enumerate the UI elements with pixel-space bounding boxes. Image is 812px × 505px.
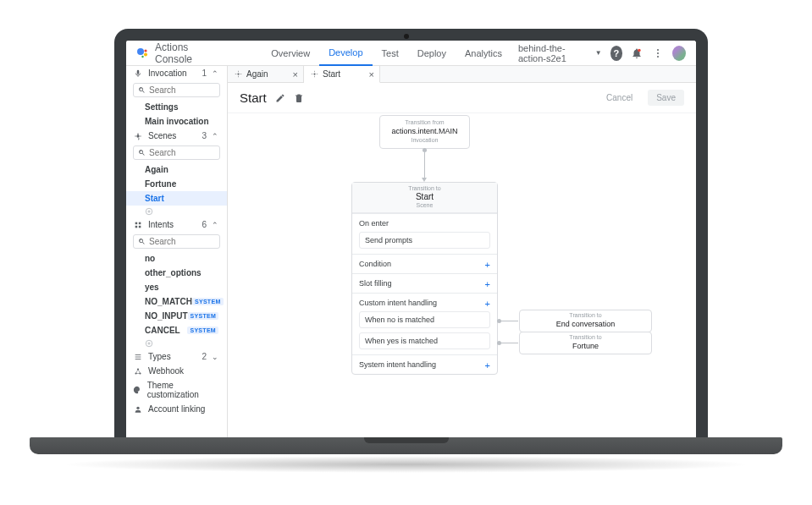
intent-row-yes[interactable]: When yes is matched [359,332,490,349]
end-conversation-label: End conversation [520,320,651,328]
invocation-search-input[interactable] [149,85,215,95]
sidebar-intent-item[interactable]: no [126,251,227,266]
sidebar-section-intents[interactable]: Intents 6 ⌃ [126,217,227,232]
add-icon[interactable]: + [485,279,490,289]
slot-filling-section[interactable]: Slot filling + [352,273,497,293]
transition-from-label: Transition from [385,119,464,125]
sidebar-item-main-invocation[interactable]: Main invocation [126,114,227,129]
help-icon[interactable]: ? [610,46,622,61]
editor-tab-again[interactable]: Again × [228,66,304,82]
system-badge: SYSTEM [192,298,224,305]
send-prompts-box[interactable]: Send prompts [359,232,490,249]
sidebar-section-account[interactable]: Account linking [126,402,227,416]
sidebar-section-webhook[interactable]: Webhook [126,364,227,378]
fortune-label: Fortune [520,342,651,350]
svg-point-3 [141,55,143,57]
sidebar-scene-start[interactable]: Start [126,191,227,206]
intents-count: 6 [202,220,207,229]
tab-develop[interactable]: Develop [319,41,372,66]
add-icon[interactable]: + [485,299,490,309]
tab-deploy[interactable]: Deploy [408,41,456,66]
add-icon[interactable]: + [485,260,490,270]
scene-titlebar: Start Cancel Save [228,83,696,113]
sidebar-section-theme[interactable]: Theme customization [126,378,227,402]
project-name: behind-the-action-s2e1 [518,43,593,63]
sidebar-intent-item[interactable]: NO_INPUTSYSTEM [126,309,227,323]
chevron-down-icon: ▼ [595,49,602,57]
svg-point-4 [638,48,642,52]
editor-tab-start[interactable]: Start × [304,66,380,83]
close-icon[interactable]: × [293,69,298,80]
sidebar-invocation-label: Invocation [148,69,187,78]
chevron-up-icon: ⌃ [212,221,218,229]
sidebar-types-label: Types [148,352,171,361]
invocation-node[interactable]: Transition from actions.intent.MAIN Invo… [379,115,470,149]
svg-point-19 [313,73,315,74]
delete-icon[interactable] [294,93,304,103]
tab-overview[interactable]: Overview [262,41,319,66]
condition-section[interactable]: Condition + [352,254,497,273]
scene-icon [311,70,318,78]
intents-search-input[interactable] [149,237,215,246]
sidebar-scenes-label: Scenes [148,131,176,140]
on-enter-section[interactable]: On enter Send prompts [352,213,497,254]
connector-line [424,152,425,179]
sidebar-section-types[interactable]: Types 2 ⌄ [126,349,227,364]
on-enter-label: On enter [359,219,490,228]
scene-canvas: Transition from actions.intent.MAIN Invo… [228,113,696,437]
transition-to-label: Transition to [520,312,651,318]
sidebar-intent-item[interactable]: other_options [126,266,227,280]
scenes-search [133,145,220,160]
custom-intent-section[interactable]: Custom intent handling + When no is matc… [352,293,497,354]
webhook-icon [133,367,143,376]
svg-point-17 [136,406,139,409]
editor-tabbar: Again × Start × [228,66,696,83]
system-badge: SYSTEM [187,327,218,334]
more-icon[interactable] [652,46,664,61]
tab-test[interactable]: Test [373,41,408,66]
avatar[interactable] [672,46,686,61]
add-intent-button[interactable] [126,338,227,349]
invocation-name: actions.intent.MAIN [385,127,464,135]
notifications-icon[interactable] [631,46,643,61]
sidebar-intent-item[interactable]: yes [126,280,227,294]
scenes-search-input[interactable] [149,148,215,157]
sidebar-section-scenes[interactable]: Scenes 3 ⌃ [126,129,227,143]
cancel-button[interactable]: Cancel [598,90,641,106]
assistant-logo-icon [136,47,148,59]
svg-rect-9 [135,222,138,224]
add-scene-button[interactable] [126,206,227,217]
project-selector[interactable]: behind-the-action-s2e1 ▼ [518,43,602,63]
intents-icon [133,221,143,229]
svg-rect-10 [139,222,141,224]
edit-icon[interactable] [275,93,285,103]
svg-point-1 [144,49,146,52]
invocation-search [133,83,220,97]
close-icon[interactable]: × [369,69,374,80]
connector-line [501,343,518,343]
sidebar-item-settings[interactable]: Settings [126,100,227,114]
save-button[interactable]: Save [648,90,684,106]
sidebar-intent-item[interactable]: CANCELSYSTEM [126,323,227,338]
add-icon[interactable]: + [485,360,490,371]
intent-row-no[interactable]: When no is matched [359,311,490,328]
scene-card-header[interactable]: Transition to Start Scene [352,183,497,213]
tab-label: Start [323,69,340,79]
theme-icon [133,386,142,394]
scenes-count: 3 [202,131,207,140]
mic-icon [133,69,143,78]
sidebar-scene-fortune[interactable]: Fortune [126,177,227,191]
search-icon [138,86,146,94]
sidebar-section-invocation[interactable]: Invocation 1 ⌃ [126,66,227,80]
scene-name: Start [352,192,497,201]
sidebar-intent-item[interactable]: NO_MATCHSYSTEM [126,294,227,309]
transition-end-conversation[interactable]: Transition to End conversation [519,310,652,332]
svg-rect-11 [135,225,138,228]
system-intent-section[interactable]: System intent handling + [352,354,497,374]
svg-point-6 [657,52,659,54]
sidebar-account-label: Account linking [148,404,205,414]
sidebar-scene-again[interactable]: Again [126,162,227,177]
transition-fortune[interactable]: Transition to Fortune [519,332,652,354]
tab-analytics[interactable]: Analytics [456,41,511,66]
intents-search [133,234,220,249]
